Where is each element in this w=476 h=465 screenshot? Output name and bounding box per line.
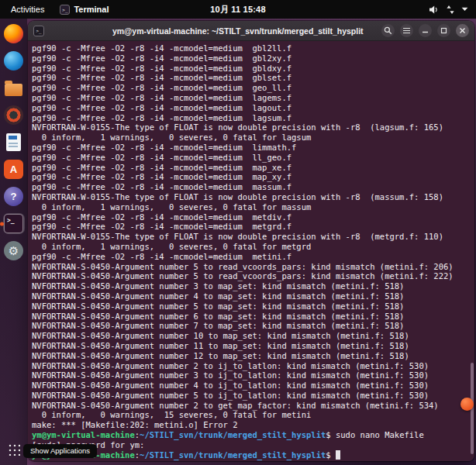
terminal-line: pgf90 -c -Mfree -O2 -r8 -i4 -mcmodel=med… [32, 163, 474, 173]
terminal-line: pgf90 -c -Mfree -O2 -r8 -i4 -mcmodel=med… [32, 172, 474, 182]
maximize-icon [440, 27, 447, 34]
terminal-line: pgf90 -c -Mfree -O2 -r8 -i4 -mcmodel=med… [32, 143, 474, 153]
help-icon: ? [4, 187, 23, 206]
system-tray[interactable] [429, 5, 468, 14]
terminal-line: NVFORTRAN-S-0450-Argument number 5 to re… [32, 262, 474, 272]
terminal-line: 0 inform, 1 warnings, 0 severes, 0 fatal… [32, 242, 474, 252]
terminal-line: 0 inform, 0 warnings, 15 severes, 0 fata… [32, 410, 474, 420]
dock-item-files[interactable] [3, 78, 25, 98]
titlebar[interactable]: >_ ym@ym-virtual-machine: ~/STILT_svn/tr… [28, 21, 474, 41]
chevron-down-icon[interactable] [461, 7, 468, 12]
terminal-line: ym@ym-virtual-machine:~/STILT_svn/trunk/… [32, 450, 474, 460]
dock: A ? >_ ⚙ [0, 19, 27, 465]
maximize-button[interactable] [437, 24, 450, 37]
terminal-line: NVFORTRAN-S-0450-Argument number 10 to m… [32, 331, 474, 341]
terminal-line: 0 inform, 1 warnings, 0 severes, 0 fatal… [32, 133, 474, 143]
volume-icon[interactable] [429, 5, 440, 14]
terminal-line: NVFORTRAN-S-0450-Argument number 4 to ij… [32, 381, 474, 391]
close-button[interactable] [456, 24, 469, 37]
minimize-icon [422, 27, 429, 34]
terminal-line: 0 inform, 1 warnings, 0 severes, 0 fatal… [32, 202, 474, 212]
minimize-button[interactable] [419, 24, 432, 37]
terminal-line: NVFORTRAN-S-0450-Argument number 2 to ge… [32, 401, 474, 411]
firefox-icon [4, 24, 23, 43]
terminal-app-icon: >_ [60, 5, 70, 15]
terminal-window: >_ ym@ym-virtual-machine: ~/STILT_svn/tr… [28, 21, 474, 461]
terminal-line: NVFORTRAN-S-0450-Argument number 6 to ma… [32, 312, 474, 322]
terminal-line: pgf90 -c -Mfree -O2 -r8 -i4 -mcmodel=med… [32, 153, 474, 163]
terminal-line: pgf90 -c -Mfree -O2 -r8 -i4 -mcmodel=med… [32, 212, 474, 222]
terminal-icon: >_ [4, 214, 23, 233]
hamburger-icon [403, 28, 410, 33]
terminal-line: NVFORTRAN-S-0450-Argument number 5 to re… [32, 271, 474, 281]
terminal-line: pgf90 -c -Mfree -O2 -r8 -i4 -mcmodel=med… [32, 43, 474, 53]
activities-button[interactable]: Activities [8, 3, 47, 16]
terminal-line: pgf90 -c -Mfree -O2 -r8 -i4 -mcmodel=med… [32, 53, 474, 64]
terminal-line: NVFORTRAN-W-0155-The type of FLOAT is no… [32, 192, 474, 202]
terminal-output[interactable]: pgf90 -c -Mfree -O2 -r8 -i4 -mcmodel=med… [28, 41, 474, 461]
dock-item-rhythmbox[interactable] [3, 105, 25, 126]
files-folder-icon [5, 84, 22, 96]
dock-item-ubuntu-software[interactable]: A [3, 159, 25, 180]
window-icon: >_ [33, 26, 44, 36]
dock-item-libreoffice-writer[interactable] [3, 132, 25, 153]
terminal-line: NVFORTRAN-S-0450-Argument number 11 to m… [32, 341, 474, 351]
scrollbar[interactable] [470, 42, 474, 460]
gear-icon: ⚙ [4, 241, 23, 260]
dock-item-firefox[interactable] [3, 23, 25, 44]
close-icon [459, 27, 466, 34]
rhythmbox-icon [4, 105, 23, 125]
terminal-line: pgf90 -c -Mfree -O2 -r8 -i4 -mcmodel=med… [32, 83, 474, 93]
thunderbird-icon [4, 51, 23, 71]
terminal-line: NVFORTRAN-S-0450-Argument number 5 to ij… [32, 391, 474, 401]
terminal-line: NVFORTRAN-S-0450-Argument number 3 to ij… [32, 370, 474, 381]
grid-icon [8, 443, 20, 456]
app-menu-label: Terminal [74, 5, 109, 14]
terminal-line: pgf90 -c -Mfree -O2 -r8 -i4 -mcmodel=med… [32, 182, 474, 192]
dock-item-terminal[interactable]: >_ [3, 213, 25, 234]
terminal-line: make: *** [Makefile:202: metini.o] Error… [32, 420, 474, 430]
top-bar: Activities >_ Terminal 10月 11 15:48 [0, 0, 476, 19]
terminal-line: NVFORTRAN-W-0155-The type of FLOAT is no… [32, 122, 474, 133]
search-button[interactable] [381, 24, 395, 37]
menu-button[interactable] [400, 24, 413, 37]
show-applications-button[interactable] [4, 439, 24, 460]
clock[interactable]: 10月 11 15:48 [210, 4, 266, 16]
terminal-line: [sudo] password for ym: [32, 440, 474, 450]
terminal-line: NVFORTRAN-S-0450-Argument number 5 to ma… [32, 301, 474, 312]
terminal-line: NVFORTRAN-S-0450-Argument number 7 to ma… [32, 321, 474, 331]
titlebar-buttons [381, 24, 469, 37]
terminal-line: NVFORTRAN-S-0450-Argument number 3 to ma… [32, 281, 474, 291]
terminal-line: pgf90 -c -Mfree -O2 -r8 -i4 -mcmodel=med… [32, 252, 474, 262]
app-menu[interactable]: >_ Terminal [60, 5, 109, 15]
terminal-line: pgf90 -c -Mfree -O2 -r8 -i4 -mcmodel=med… [32, 73, 474, 83]
running-indicator-dot [0, 222, 4, 226]
terminal-line: ym@ym-virtual-machine:~/STILT_svn/trunk/… [32, 430, 474, 440]
window-title: ym@ym-virtual-machine: ~/STILT_svn/trunk… [112, 26, 364, 36]
network-arrows-icon[interactable] [447, 5, 454, 14]
terminal-line: NVFORTRAN-S-0450-Argument number 4 to ma… [32, 291, 474, 301]
terminal-line: pgf90 -c -Mfree -O2 -r8 -i4 -mcmodel=med… [32, 113, 474, 123]
libreoffice-writer-icon [6, 133, 21, 151]
dock-item-thunderbird[interactable] [3, 50, 25, 71]
terminal-line: pgf90 -c -Mfree -O2 -r8 -i4 -mcmodel=med… [32, 222, 474, 232]
search-icon [384, 26, 392, 35]
show-applications-tooltip: Show Applications [23, 444, 97, 458]
terminal-line: NVFORTRAN-W-0155-The type of FLOAT is no… [32, 232, 474, 242]
terminal-line: NVFORTRAN-S-0450-Argument number 2 to ij… [32, 361, 474, 371]
ubuntu-software-icon: A [4, 160, 23, 179]
dock-item-help[interactable]: ? [3, 186, 25, 207]
orange-indicator-dot[interactable] [460, 398, 474, 411]
terminal-line: NVFORTRAN-S-0450-Argument number 12 to m… [32, 351, 474, 361]
terminal-line: pgf90 -c -Mfree -O2 -r8 -i4 -mcmodel=med… [32, 103, 474, 113]
dock-item-settings[interactable]: ⚙ [3, 240, 25, 261]
terminal-line: pgf90 -c -Mfree -O2 -r8 -i4 -mcmodel=med… [32, 93, 474, 103]
terminal-line: pgf90 -c -Mfree -O2 -r8 -i4 -mcmodel=med… [32, 64, 474, 74]
